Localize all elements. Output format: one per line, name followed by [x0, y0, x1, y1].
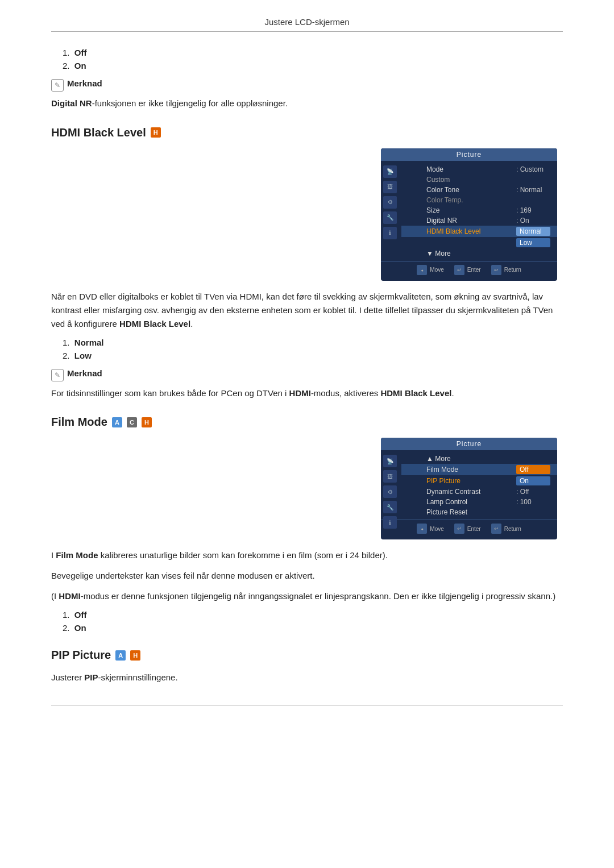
list-item-1: 1. Off [63, 48, 563, 57]
osd-row-hdmiblack-low: Low [401, 237, 557, 248]
film-badge-c: C [127, 417, 137, 427]
pip-badge-h: H [130, 650, 140, 661]
film-osd-row-lampcontrol: Lamp Control : 100 [401, 497, 557, 507]
film-heading-text: Film Mode [51, 416, 107, 429]
list-item-2: 2. On [63, 61, 563, 70]
note-block-2: ✎ Merknad [51, 368, 563, 381]
film-footer-return: ↩Return [491, 524, 521, 534]
footer-return: ↩Return [491, 265, 521, 275]
film-footer-move: ⬥Move [417, 524, 443, 534]
film-enter-icon: ↵ [454, 524, 464, 534]
note-icon-1: ✎ [51, 79, 64, 92]
note1-text-suffix: -funksjonen er ikke tilgjengelig for all… [92, 98, 288, 108]
film-section-heading: Film Mode A C H [51, 416, 563, 429]
hdmi-osd-rows: Mode : Custom Custom Color Tone : Normal [401, 164, 557, 259]
hdmi-item2-label: Low [74, 351, 92, 360]
hdmi-osd-side-icons: 📡 🖼 ⚙ 🔧 ℹ [383, 164, 397, 240]
bottom-rule [51, 705, 563, 705]
pip-description: Justerer PIP-skjerminnstillingene. [51, 671, 563, 684]
film-right-col: Picture 📡 🖼 ⚙ 🔧 ℹ ▲ More [381, 438, 563, 539]
top-rule [51, 31, 563, 32]
hdmi-item1-num: 1. [63, 338, 70, 347]
film-osd-wrapper: Picture 📡 🖼 ⚙ 🔧 ℹ ▲ More [381, 438, 557, 539]
osd-icon-gear2: 🔧 [383, 211, 397, 224]
page-container: Justere LCD-skjermen 1. Off 2. On ✎ Merk… [0, 0, 614, 868]
film-osd-icon-5: ℹ [383, 516, 397, 529]
film-osd-icon-1: 📡 [383, 455, 397, 467]
hdmi-osd-footer: ⬥Move ↵Enter ↩Return [381, 261, 557, 276]
pip-badge-a: A [115, 650, 126, 661]
film-osd-footer: ⬥Move ↵Enter ↩Return [381, 520, 557, 535]
osd-icon-picture: 🖼 [383, 181, 397, 193]
hdmi-item1-label: Normal [74, 338, 104, 347]
film-list-item-1: 1. Off [63, 610, 563, 620]
osd-icon-info: ℹ [383, 227, 397, 239]
film-badge-h: H [142, 417, 152, 427]
note-block-1: ✎ Merknad [51, 78, 563, 92]
osd-row-hdmiblack: HDMI Black Level Normal [401, 226, 557, 237]
hdmi-osd-title: Picture [381, 148, 557, 161]
pip-section-heading: PIP Picture A H [51, 649, 563, 662]
film-osd-icon-4: 🔧 [383, 501, 397, 513]
film-return-icon: ↩ [491, 524, 501, 534]
hdmi-section-heading: HDMI Black Level H [51, 126, 563, 139]
hdmi-item2-num: 2. [63, 351, 70, 360]
hdmi-osd-wrapper: Picture 📡 🖼 ⚙ 🔧 ℹ Mode [381, 148, 557, 281]
film-list-item-2: 2. On [63, 623, 563, 633]
film-move-icon: ⬥ [417, 524, 427, 534]
hdmi-body-text: Når en DVD eller digitalboks er koblet t… [51, 290, 563, 331]
hdmi-osd-body: 📡 🖼 ⚙ 🔧 ℹ Mode : Custom [381, 164, 557, 259]
film-osd-row-dyncontrast: Dynamic Contrast : Off [401, 487, 557, 497]
note-content-2: Merknad [67, 368, 102, 378]
film-two-col: Picture 📡 🖼 ⚙ 🔧 ℹ ▲ More [51, 438, 563, 539]
film-para3: (I HDMI-modus er denne funksjonen tilgje… [51, 589, 563, 603]
item2-label: On [74, 61, 86, 70]
film-osd-menu: Picture 📡 🖼 ⚙ 🔧 ℹ ▲ More [381, 438, 557, 539]
film-badge-a: A [112, 417, 122, 427]
film-osd-rows: ▲ More Film Mode Off PIP Picture On [401, 454, 557, 517]
osd-row-colortemp: Color Temp. [401, 195, 557, 205]
film-footer-enter: ↵Enter [454, 524, 481, 534]
note-icon-2: ✎ [51, 369, 64, 381]
item2-num: 2. [63, 61, 70, 70]
hdmi-list-item-1: 1. Normal [63, 338, 563, 347]
osd-icon-settings: ⚙ [383, 196, 397, 209]
film-item1-num: 1. [63, 610, 70, 620]
film-para2: Bevegelige undertekster kan vises feil n… [51, 569, 563, 583]
note-text-2: For tidsinnstillinger som kan brukes båd… [51, 387, 563, 400]
enter-icon: ↵ [454, 265, 464, 275]
film-item2-num: 2. [63, 623, 70, 633]
note-label-1: Merknad [67, 78, 102, 88]
film-osd-icon-2: 🖼 [383, 470, 397, 483]
hdmi-left-col [51, 148, 364, 281]
film-osd-row-pippicture: PIP Picture On [401, 475, 557, 487]
header-title: Justere LCD-skjermen [264, 17, 349, 27]
osd-row-size: Size : 169 [401, 205, 557, 215]
osd-row-mode: Mode : Custom [401, 164, 557, 175]
hdmi-list-item-2: 2. Low [63, 351, 563, 360]
hdmi-heading-text: HDMI Black Level [51, 126, 146, 139]
film-osd-row-picturereset: Picture Reset [401, 507, 557, 517]
osd-row-digitalnr: Digital NR : On [401, 215, 557, 226]
osd-row-custom: Custom [401, 175, 557, 185]
film-para1: I Film Mode kalibreres unaturlige bilder… [51, 549, 563, 562]
footer-move: ⬥Move [417, 265, 443, 275]
film-osd-title: Picture [381, 438, 557, 450]
film-osd-side-icons: 📡 🖼 ⚙ 🔧 ℹ [383, 454, 397, 530]
pip-heading-text: PIP Picture [51, 649, 111, 662]
return-icon: ↩ [491, 265, 501, 275]
hdmi-badge: H [151, 127, 161, 138]
film-left-col [51, 438, 364, 539]
item1-label: Off [74, 48, 87, 57]
note-content-1: Merknad [67, 78, 102, 88]
hdmi-right-col: Picture 📡 🖼 ⚙ 🔧 ℹ Mode [381, 148, 563, 281]
film-item1-label: Off [74, 610, 87, 620]
move-icon: ⬥ [417, 265, 427, 275]
note-label-2: Merknad [67, 368, 102, 378]
footer-enter: ↵Enter [454, 265, 481, 275]
film-osd-row-filmmode: Film Mode Off [401, 464, 557, 475]
film-osd-icon-3: ⚙ [383, 485, 397, 498]
hdmi-two-col: Picture 📡 🖼 ⚙ 🔧 ℹ Mode [51, 148, 563, 281]
osd-row-colortone: Color Tone : Normal [401, 185, 557, 195]
note-text-1: Digital NR-funksjonen er ikke tilgjengel… [51, 97, 563, 110]
